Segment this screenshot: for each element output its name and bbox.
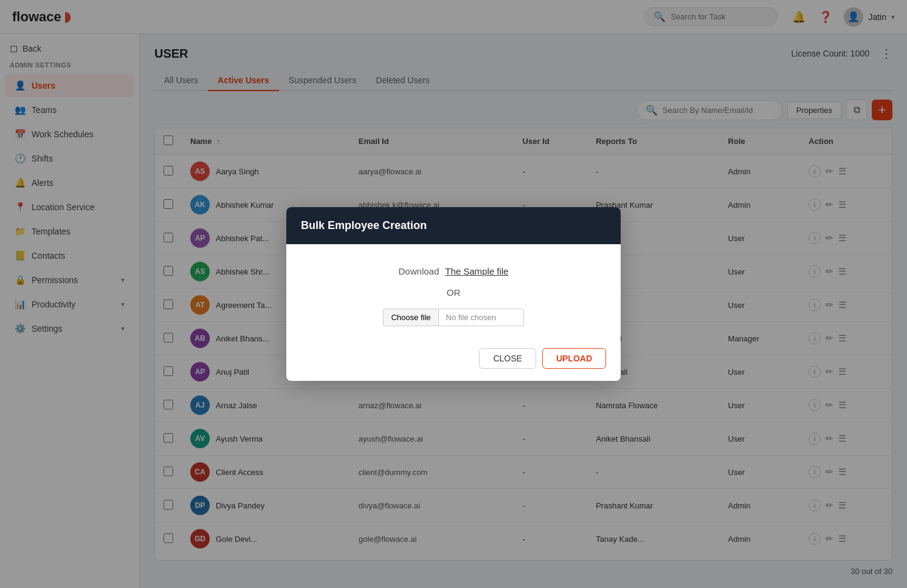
file-input-row: Choose file No file chosen [383, 309, 523, 326]
modal-title: Bulk Employee Creation [301, 219, 427, 231]
modal-footer: CLOSE UPLOAD [286, 341, 621, 381]
or-divider: OR [447, 287, 461, 298]
sample-file-link[interactable]: The Sample file [445, 266, 508, 276]
download-row: Download The Sample file [399, 266, 509, 276]
file-name-display: No file chosen [439, 309, 524, 326]
choose-file-button[interactable]: Choose file [383, 309, 438, 326]
download-label: Download [399, 266, 440, 276]
upload-button[interactable]: UPLOAD [542, 348, 606, 369]
modal-header: Bulk Employee Creation [286, 207, 621, 244]
modal-body: Download The Sample file OR Choose file … [286, 244, 621, 341]
modal-overlay[interactable]: Bulk Employee Creation Download The Samp… [0, 0, 907, 588]
bulk-employee-creation-modal: Bulk Employee Creation Download The Samp… [286, 207, 621, 381]
close-button[interactable]: CLOSE [479, 348, 536, 369]
